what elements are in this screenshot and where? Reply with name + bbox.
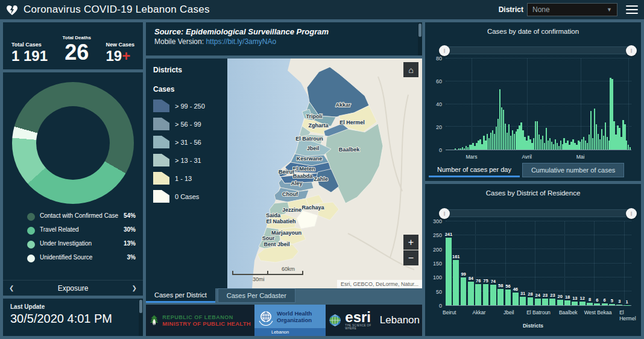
gridline [446, 81, 631, 81]
gridline [446, 235, 631, 235]
y-axis-tick: 60 [426, 78, 442, 84]
bar[interactable] [455, 148, 456, 150]
tab-cases-per-cadaster[interactable]: Cases Per Cadaster [218, 288, 295, 303]
bar[interactable] [630, 147, 631, 150]
gridline [581, 59, 581, 150]
donut-legend-item[interactable]: Under Investigation13% [27, 240, 136, 249]
map-attribution: Esri, GEBCO, DeLorme, Natur... [337, 280, 422, 288]
bar[interactable] [497, 289, 504, 305]
scrollbar[interactable] [418, 22, 422, 55]
map-legend-title: Districts [153, 66, 220, 74]
total-deaths-stat: Total Deaths 26 [63, 35, 91, 63]
bar[interactable] [453, 260, 459, 305]
map-zoom-in-button[interactable]: + [403, 235, 418, 250]
legend-range-label: > 99 - 250 [175, 103, 205, 110]
x-axis-tick: El Batroun [526, 309, 551, 315]
bar[interactable] [528, 297, 534, 305]
district-slider[interactable]: ∥ ∥ [443, 209, 633, 217]
pager-left-icon[interactable]: ❮ [9, 285, 14, 291]
bar-value-label: 13 [572, 296, 577, 301]
new-cases-stat: New Cases 19+ [106, 42, 134, 63]
map-zoom-out-button[interactable]: − [403, 250, 418, 265]
map-legend-item: 0 Cases [153, 190, 220, 203]
gridline [628, 59, 629, 150]
bar[interactable] [505, 290, 511, 305]
bar[interactable] [468, 282, 474, 305]
donut-legend-item[interactable]: Contact with Confirmed Case54% [27, 212, 136, 221]
bar[interactable] [483, 284, 489, 305]
district-label: Baabda [293, 173, 314, 179]
district-label: El Hermel [339, 119, 365, 125]
tab-cases-per-district[interactable]: Cases per District [146, 288, 215, 303]
lebanon-choropleth-map[interactable]: AkkarTripoliZghartaEl HermelEl BatrounJb… [227, 59, 422, 288]
gridline [446, 126, 631, 127]
bar[interactable] [549, 299, 555, 305]
y-axis-tick: 0 [426, 147, 442, 153]
source-panel: Source: Epidemiological Surveillance Pro… [146, 22, 422, 55]
y-axis-tick: 20 [426, 124, 442, 130]
legend-label: Unidentified Source [40, 254, 124, 262]
mobile-version-link[interactable]: https://bit.ly/3amyNAo [206, 37, 276, 46]
district-label: Rachaya [301, 204, 324, 211]
exposure-caption: Exposure [14, 284, 131, 293]
bar[interactable] [446, 238, 452, 305]
pager-right-icon[interactable]: ❯ [132, 285, 137, 291]
x-axis-tick: Beirut [443, 309, 456, 315]
legend-range-label: 1 - 13 [175, 175, 192, 182]
y-axis-tick: 80 [426, 55, 442, 62]
district-filter-select[interactable]: None ▼ [527, 3, 617, 16]
tab-cumulative-cases[interactable]: Cumulative number of cases [522, 163, 624, 177]
district-label: Baalbek [339, 147, 361, 153]
bar[interactable] [594, 303, 600, 305]
bar[interactable] [609, 304, 615, 305]
district-chart-plot[interactable]: 2411619984767574585646312824232320181312… [446, 221, 631, 306]
legend-range-label: > 31 - 56 [175, 139, 201, 146]
donut-legend-item[interactable]: Travel Related30% [27, 226, 136, 235]
who-line1: World Health [277, 311, 312, 317]
x-axis-tick: Mars [466, 154, 477, 160]
bar-value-label: 84 [469, 276, 473, 281]
district-chart-title: Cases by District of Residence [425, 184, 641, 197]
scrollbar[interactable] [139, 299, 143, 336]
bar[interactable] [475, 284, 481, 305]
esri-wordmark: esri [345, 311, 375, 324]
bar[interactable] [513, 293, 519, 305]
slider-handle-left[interactable]: ∥ [439, 208, 450, 219]
daily-chart-tabs: Number of cases per day Cumulative numbe… [429, 163, 624, 177]
bar[interactable] [602, 303, 608, 305]
district-label: Akkar [335, 102, 351, 108]
donut-hole [36, 106, 110, 180]
bar[interactable] [557, 300, 563, 305]
legend-swatch [153, 118, 169, 130]
bar[interactable] [564, 300, 570, 305]
donut-legend-item[interactable]: Unidentified Source3% [27, 254, 136, 262]
bar[interactable] [579, 302, 586, 305]
map-legend-item: 1 - 13 [153, 172, 220, 185]
bar[interactable] [461, 277, 467, 305]
map-scalebar: 60km 30mi [232, 274, 303, 275]
gridline [446, 58, 631, 59]
tab-cases-per-day[interactable]: Number of cases per day [429, 163, 520, 177]
map-legend: Districts Cases > 99 - 250> 56 - 99> 31 … [146, 59, 227, 288]
menu-icon[interactable] [626, 3, 638, 16]
district-label: Zahle [314, 176, 328, 182]
daily-chart-plot[interactable] [446, 59, 631, 150]
moph-line1: REPUBLIC OF LEBANON [162, 314, 251, 320]
bar[interactable] [616, 305, 622, 305]
map-view[interactable]: AkkarTripoliZghartaEl HermelEl BatrounJb… [227, 59, 422, 288]
bar[interactable] [520, 297, 526, 305]
slider-handle-right[interactable]: ∥ [626, 208, 637, 219]
daily-time-slider[interactable]: ∥ ∥ [443, 46, 633, 54]
bar[interactable] [490, 285, 496, 305]
legend-label: Under Investigation [40, 240, 120, 248]
bar[interactable] [587, 303, 593, 305]
x-axis-tick: Jbeil [504, 309, 514, 315]
slider-handle-left[interactable]: ∥ [439, 45, 450, 56]
bar[interactable] [572, 302, 578, 305]
legend-pct: 13% [124, 240, 136, 247]
slider-handle-right[interactable]: ∥ [626, 45, 637, 56]
bar[interactable] [535, 299, 541, 305]
map-home-button[interactable]: ⌂ [403, 62, 418, 77]
y-axis-tick: 50 [426, 289, 442, 295]
bar[interactable] [542, 299, 548, 305]
